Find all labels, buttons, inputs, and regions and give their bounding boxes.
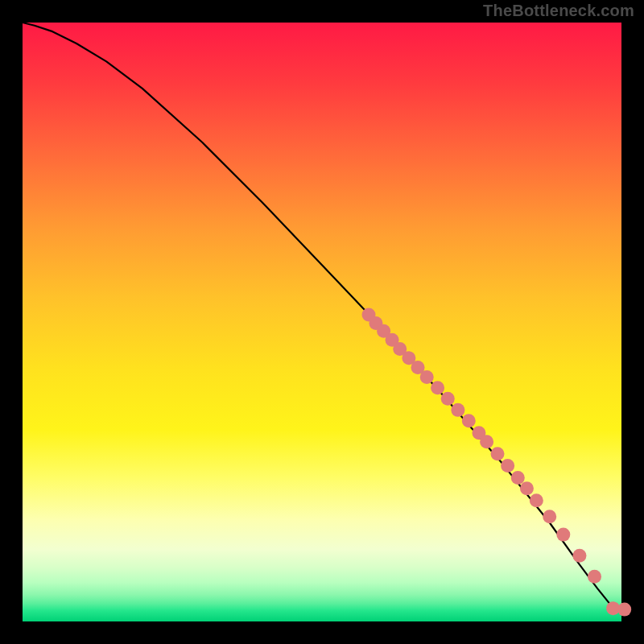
scatter-point [543,510,556,523]
scatter-point [572,549,586,563]
chart-frame: TheBottleneck.com [0,0,644,644]
scatter-point [511,471,525,485]
scatter-point [480,435,493,448]
scatter-point [462,414,476,427]
plot-area [23,23,621,621]
scatter-point [490,447,504,460]
curve-line [23,23,621,611]
scatter-point [441,392,455,406]
scatter-point [588,570,601,584]
attribution-text: TheBottleneck.com [483,2,634,20]
scatter-point [556,528,570,542]
scatter-point [431,381,444,394]
scatter-point [451,403,464,417]
scatter-point [617,603,631,617]
scatter-point [520,481,534,495]
chart-overlay [23,23,621,621]
scatter-point [530,493,543,507]
scatter-markers [362,308,632,617]
scatter-point [420,370,434,384]
scatter-point [501,459,514,473]
